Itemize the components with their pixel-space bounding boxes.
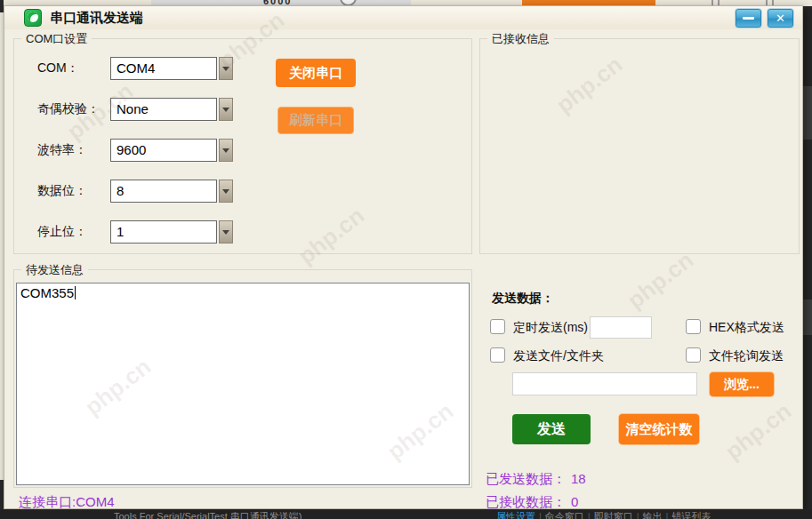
baudrate-dropdown-button[interactable] <box>219 139 233 162</box>
minimize-icon <box>743 17 754 20</box>
close-icon: ✕ <box>776 12 785 24</box>
to-send-group: 待发送信息 COM355 <box>13 269 472 488</box>
send-button[interactable]: 发送 <box>512 414 591 444</box>
to-send-text: COM355 <box>20 285 74 300</box>
received-data-value: 0 <box>571 494 578 509</box>
serial-sender-window: 串口通讯发送端 ✕ COM口设置 COM： COM4 奇偶校验： None 波特… <box>4 5 803 509</box>
file-poll-checkbox[interactable] <box>686 347 701 363</box>
com-settings-group: COM口设置 COM： COM4 奇偶校验： None 波特率： 9600 数据… <box>13 38 472 254</box>
databits-value[interactable]: 8 <box>110 180 217 203</box>
baudrate-label: 波特率： <box>37 142 87 158</box>
com-port-dropdown-button[interactable] <box>219 57 233 80</box>
background-right-segment <box>803 86 812 140</box>
com-port-value[interactable]: COM4 <box>110 57 217 80</box>
chevron-down-icon <box>222 67 229 71</box>
send-file-label[interactable]: 发送文件/文件夹 <box>513 348 604 364</box>
com-port-label: COM： <box>37 60 79 76</box>
close-port-button[interactable]: 关闭串口 <box>276 59 356 87</box>
ide-tab-command-window[interactable]: 命令窗口 <box>545 511 584 519</box>
chevron-down-icon <box>222 189 229 194</box>
file-path-input[interactable] <box>512 372 697 395</box>
sent-data-label: 已发送数据： <box>486 471 566 486</box>
to-send-textarea[interactable]: COM355 <box>16 283 470 485</box>
parity-label: 奇偶校验： <box>37 101 100 117</box>
text-caret <box>75 286 76 299</box>
app-icon <box>24 9 42 27</box>
hex-format-label[interactable]: HEX格式发送 <box>709 320 784 336</box>
stopbits-select[interactable]: 1 <box>110 220 233 244</box>
timed-send-checkbox[interactable] <box>490 319 505 334</box>
send-data-label: 发送数据： <box>492 291 554 307</box>
chevron-down-icon <box>222 108 229 112</box>
ide-tab-properties[interactable]: 属性设置 <box>496 511 535 519</box>
baudrate-select[interactable]: 9600 <box>110 139 233 162</box>
minimize-button[interactable] <box>735 8 762 28</box>
parity-value[interactable]: None <box>110 98 217 121</box>
timed-send-interval-input[interactable] <box>590 316 652 339</box>
window-controls: ✕ <box>735 8 794 28</box>
ide-tab-output[interactable]: 输出 <box>643 511 663 519</box>
background-ide-path-fragment: Tools For Serial/SerialTest 串口通讯发送端) <box>114 510 302 519</box>
to-send-title: 待发送信息 <box>21 262 88 278</box>
hex-format-checkbox[interactable] <box>686 319 701 334</box>
send-file-checkbox[interactable] <box>490 347 505 363</box>
sent-data-stat: 已发送数据：18 <box>486 471 586 488</box>
parity-dropdown-button[interactable] <box>219 98 233 121</box>
window-title: 串口通讯发送端 <box>50 10 143 27</box>
databits-label: 数据位： <box>37 183 87 199</box>
databits-select[interactable]: 8 <box>110 180 233 203</box>
sent-data-value: 18 <box>571 471 586 486</box>
ide-tab-error-list[interactable]: 错误列表 <box>671 511 711 519</box>
background-right-strip <box>803 6 812 519</box>
refresh-port-button[interactable]: 刷新串口 <box>277 107 354 134</box>
ide-tab-immediate-window[interactable]: 即时窗口 <box>594 511 633 519</box>
chevron-down-icon <box>222 148 229 153</box>
com-settings-title: COM口设置 <box>21 31 92 47</box>
clear-stats-button[interactable]: 清空统计数 <box>619 414 699 444</box>
parity-select[interactable]: None <box>110 98 233 121</box>
titlebar[interactable]: 串口通讯发送端 ✕ <box>4 6 802 29</box>
received-messages-group[interactable]: 已接收信息 <box>479 38 800 254</box>
background-ide-bottom-strip: Tools For Serial/SerialTest 串口通讯发送端) 属性设… <box>0 509 812 519</box>
close-button[interactable]: ✕ <box>767 8 794 28</box>
stopbits-label: 停止位： <box>37 224 87 240</box>
baudrate-value[interactable]: 9600 <box>110 139 217 162</box>
browse-button[interactable]: 浏览... <box>710 372 774 396</box>
stopbits-dropdown-button[interactable] <box>219 220 233 244</box>
timed-send-label[interactable]: 定时发送(ms) <box>513 320 588 336</box>
screen: 6000 Tools For Serial/SerialTest 串口通讯发送端… <box>0 0 812 519</box>
background-ide-panel-tabs: 属性设置|命令窗口|即时窗口|输出|错误列表 <box>496 510 711 519</box>
chevron-down-icon <box>222 230 229 235</box>
file-poll-label[interactable]: 文件轮询发送 <box>709 348 784 364</box>
stopbits-value[interactable]: 1 <box>110 220 217 244</box>
background-right-segment <box>803 299 812 335</box>
databits-dropdown-button[interactable] <box>219 180 233 203</box>
received-data-label: 已接收数据： <box>486 494 566 509</box>
received-messages-title: 已接收信息 <box>487 31 554 47</box>
com-port-select[interactable]: COM4 <box>110 57 233 80</box>
